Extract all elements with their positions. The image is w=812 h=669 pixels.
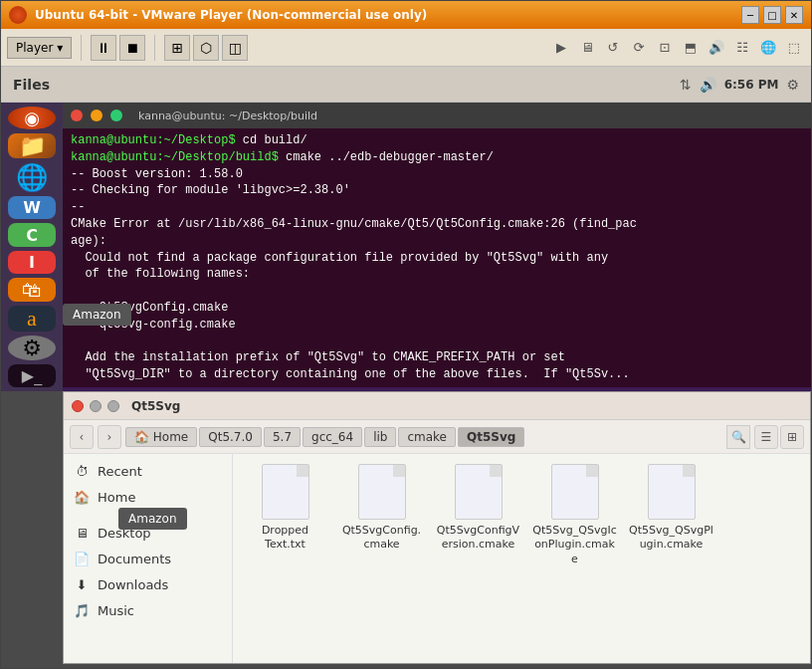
maximize-button[interactable]: □ — [763, 6, 781, 24]
fm-min-button[interactable] — [90, 400, 102, 412]
pause-button[interactable]: ⏸ — [91, 35, 116, 61]
vm-icon-1[interactable]: ⊞ — [164, 35, 190, 61]
terminal-body[interactable]: kanna@ubuntu:~/Desktop$ cd build/ kanna@… — [63, 128, 811, 387]
file-dropped-text[interactable]: Dropped Text.txt — [243, 464, 327, 566]
sidebar-item-recent[interactable]: ⏱ Recent — [64, 458, 232, 484]
player-menu-button[interactable]: Player ▾ — [7, 37, 72, 59]
sidebar-item-home[interactable]: 🏠 Home — [64, 484, 232, 510]
toolbar-right-icon-5[interactable]: ⊡ — [654, 37, 676, 59]
sort-icon[interactable]: ⇅ — [680, 77, 692, 93]
fm-crumb-cmake[interactable]: cmake — [398, 427, 456, 447]
fm-view-buttons: ☰ ⊞ — [754, 425, 804, 449]
term-out-10 — [71, 284, 78, 298]
vm-icon-3[interactable]: ◫ — [222, 35, 248, 61]
fm-crumb-home[interactable]: 🏠 Home — [125, 427, 197, 447]
fm-breadcrumb: 🏠 Home Qt5.7.0 5.7 gcc_64 lib cmake Qt5S… — [125, 427, 722, 447]
launcher-writer-icon[interactable]: W — [8, 196, 56, 219]
toolbar-right-icon-1[interactable]: ▶ — [550, 37, 572, 59]
file-icon-qt5svgconfigversion — [455, 464, 503, 520]
ubuntu-circle-icon: ◉ — [24, 108, 40, 128]
downloads-icon: ⬇ — [74, 576, 90, 592]
appstore-icon: 🛍 — [22, 278, 42, 302]
fm-title: Qt5Svg — [131, 399, 180, 413]
launcher-ubuntu-logo[interactable]: ◉ — [8, 107, 56, 129]
launcher-settings-icon[interactable]: ⚙ — [8, 335, 56, 360]
launcher-firefox-icon[interactable]: 🌐 — [8, 162, 56, 192]
launcher-calc-icon[interactable]: C — [8, 223, 56, 246]
sidebar-item-music[interactable]: 🎵 Music — [64, 597, 232, 623]
fm-sidebar: ⏱ Recent 🏠 Home Amazon 🖥 Desktop — [64, 454, 233, 663]
toolbar-right-icon-10[interactable]: ⬚ — [783, 37, 805, 59]
fm-forward-button[interactable]: › — [98, 425, 121, 449]
toolbar-right-icon-9[interactable]: 🌐 — [757, 37, 779, 59]
file-qt5svgconfig[interactable]: Qt5SvgConfig.cmake — [339, 464, 424, 566]
launcher-files-icon[interactable]: 📁 — [8, 133, 56, 158]
settings-icon[interactable]: ⚙ — [786, 77, 799, 93]
amazon-icon: a — [27, 306, 37, 332]
fm-search-button[interactable]: 🔍 — [726, 425, 750, 449]
toolbar-right-icon-6[interactable]: ⬒ — [680, 37, 702, 59]
terminal-max-button[interactable] — [110, 110, 122, 121]
toolbar-right-icon-7[interactable]: 🔊 — [706, 37, 727, 59]
term-line-10 — [71, 283, 803, 300]
amazon-sidebar-tooltip: Amazon — [118, 508, 187, 530]
vm-controls: ─ □ ✕ — [741, 6, 803, 24]
term-out-6: CMake Error at /usr/lib/x86_64-linux-gnu… — [71, 217, 637, 231]
toolbar-right-icon-2[interactable]: 🖥 — [576, 37, 598, 59]
file-icon-qt5svgconfig — [358, 464, 406, 520]
file-icon-dropped-text — [262, 464, 309, 520]
stop-button[interactable]: ⏹ — [119, 35, 145, 61]
sidebar-home-label: Home — [98, 490, 135, 505]
toolbar-right-icon-3[interactable]: ↺ — [602, 37, 624, 59]
terminal-icon: ▶_ — [22, 366, 42, 385]
vm-icon — [9, 6, 27, 24]
terminal-min-button[interactable] — [91, 110, 102, 121]
fm-crumb-gcc64[interactable]: gcc_64 — [303, 427, 362, 447]
fm-crumb-57[interactable]: 5.7 — [264, 427, 301, 447]
sidebar-item-amazon[interactable]: Amazon — [64, 510, 232, 520]
file-qt5svgconfigversion[interactable]: Qt5SvgConfigVersion.cmake — [436, 464, 520, 566]
toolbar-right-icon-4[interactable]: ⟳ — [628, 37, 650, 59]
recent-icon: ⏱ — [74, 463, 90, 479]
vm-titlebar: Ubuntu 64-bit - VMware Player (Non-comme… — [1, 1, 811, 29]
term-line-8: Could not find a package configuration f… — [71, 250, 803, 267]
file-qt5svgqsvgplugin[interactable]: Qt5Svg_QSvgPlugin.cmake — [629, 464, 713, 566]
fm-crumb-qt570[interactable]: Qt5.7.0 — [199, 427, 262, 447]
file-name-dropped-text: Dropped Text.txt — [243, 524, 327, 553]
sidebar-item-documents[interactable]: 📄 Documents — [64, 546, 232, 571]
sidebar-item-downloads[interactable]: ⬇ Downloads — [64, 571, 232, 597]
term-cmd-1: cd build/ — [236, 133, 307, 147]
main-content: ◉ 📁 🌐 W C I 🛍 — [1, 103, 811, 668]
launcher-appstore-icon[interactable]: 🛍 — [8, 278, 56, 302]
firefox-icon: 🌐 — [16, 162, 48, 192]
launcher-terminal-icon[interactable]: ▶_ — [8, 364, 56, 387]
player-dropdown-icon: ▾ — [57, 41, 63, 55]
minimize-button[interactable]: ─ — [741, 6, 759, 24]
clock: 6:56 PM — [724, 78, 779, 92]
terminal-close-button[interactable] — [71, 110, 83, 121]
term-line-9: of the following names: — [71, 266, 803, 283]
volume-icon[interactable]: 🔊 — [700, 77, 716, 93]
fm-list-view-button[interactable]: ☰ — [754, 425, 778, 449]
fm-back-button[interactable]: ‹ — [70, 425, 94, 449]
toolbar-separator-2 — [154, 35, 155, 61]
fm-max-button[interactable] — [107, 400, 119, 412]
file-name-qt5svgconfig: Qt5SvgConfig.cmake — [339, 524, 424, 553]
close-button[interactable]: ✕ — [785, 6, 803, 24]
vmware-toolbar: Player ▾ ⏸ ⏹ ⊞ ⬡ ◫ ▶ 🖥 ↺ ⟳ ⊡ ⬒ 🔊 ☷ 🌐 ⬚ — [1, 29, 811, 67]
music-icon: 🎵 — [74, 602, 90, 618]
term-line-3: -- Boost version: 1.58.0 — [71, 166, 803, 183]
vm-icon-2[interactable]: ⬡ — [193, 35, 219, 61]
fm-crumb-lib[interactable]: lib — [364, 427, 396, 447]
launcher-amazon-icon[interactable]: a Amazon — [8, 306, 56, 332]
fm-grid-view-button[interactable]: ⊞ — [780, 425, 804, 449]
launcher-impress-icon[interactable]: I — [8, 251, 56, 274]
vm-title: Ubuntu 64-bit - VMware Player (Non-comme… — [35, 8, 733, 22]
fm-close-button[interactable] — [72, 400, 84, 412]
term-line-13 — [71, 334, 803, 350]
toolbar-right-icon-8[interactable]: ☷ — [731, 37, 753, 59]
toolbar-right-icons: ▶ 🖥 ↺ ⟳ ⊡ ⬒ 🔊 ☷ 🌐 ⬚ — [550, 37, 805, 59]
toolbar-icons-group: ⏸ ⏹ — [91, 35, 145, 61]
fm-crumb-qt5svg[interactable]: Qt5Svg — [458, 427, 524, 447]
file-qt5svgqsvgiconplugin[interactable]: Qt5Svg_QSvgIconPlugin.cmake — [532, 464, 617, 566]
